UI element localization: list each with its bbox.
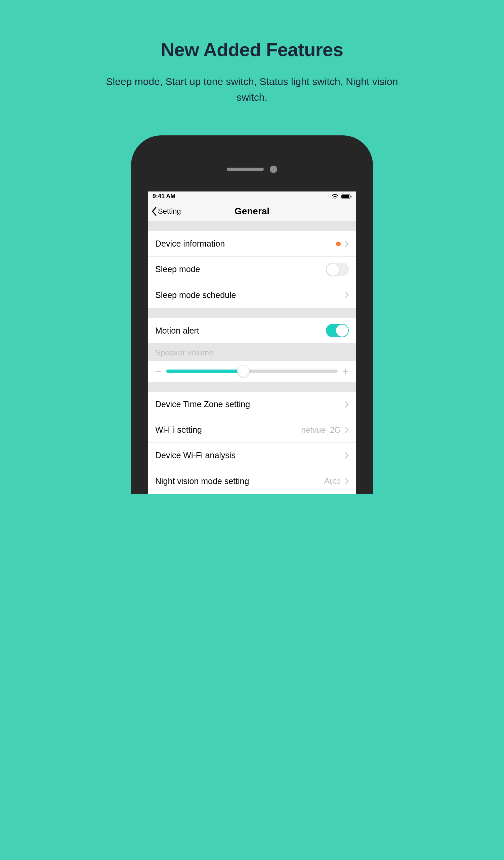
sleep-mode-toggle[interactable] xyxy=(326,263,349,276)
row-wifi-setting[interactable]: Wi-Fi setting netvue_2G xyxy=(148,417,356,443)
speaker-volume-label: Speaker volume xyxy=(155,348,349,357)
back-label: Setting xyxy=(158,207,181,216)
motion-alert-toggle[interactable] xyxy=(326,324,349,337)
row-label: Motion alert xyxy=(155,326,199,335)
row-label: Device Time Zone setting xyxy=(155,399,250,409)
row-label: Sleep mode xyxy=(155,264,200,274)
row-sleep-mode-schedule[interactable]: Sleep mode schedule xyxy=(148,282,356,308)
minus-icon[interactable]: − xyxy=(155,366,162,376)
plus-icon[interactable]: + xyxy=(342,366,349,376)
row-label: Sleep mode schedule xyxy=(155,290,236,300)
svg-rect-1 xyxy=(342,195,349,198)
row-device-information[interactable]: Device information xyxy=(148,231,356,257)
back-button[interactable]: Setting xyxy=(148,206,181,216)
svg-rect-2 xyxy=(350,196,351,198)
speaker-volume-slider[interactable]: − + xyxy=(148,361,356,382)
phone-screen: 9:41 AM Setti xyxy=(148,191,356,494)
night-vision-value: Auto xyxy=(324,476,341,486)
status-time: 9:41 AM xyxy=(153,193,175,200)
chevron-right-icon xyxy=(345,241,349,247)
marketing-headline: New Added Features xyxy=(161,39,343,60)
row-label: Device information xyxy=(155,239,225,248)
row-label: Night vision mode setting xyxy=(155,476,249,486)
row-sleep-mode: Sleep mode xyxy=(148,257,356,282)
wifi-icon xyxy=(331,194,339,199)
row-label: Device Wi-Fi analysis xyxy=(155,450,235,460)
chevron-right-icon xyxy=(345,291,349,298)
nav-bar: Setting General xyxy=(148,202,356,221)
chevron-right-icon xyxy=(345,401,349,408)
chevron-right-icon xyxy=(345,478,349,484)
row-motion-alert: Motion alert xyxy=(148,318,356,343)
marketing-subhead: Sleep mode, Start up tone switch, Status… xyxy=(101,74,403,105)
chevron-right-icon xyxy=(345,452,349,459)
phone-speaker xyxy=(148,166,356,173)
notification-dot-icon xyxy=(336,242,341,246)
row-label: Wi-Fi setting xyxy=(155,425,202,435)
chevron-left-icon xyxy=(151,206,157,216)
row-night-vision-mode[interactable]: Night vision mode setting Auto xyxy=(148,468,356,494)
row-device-time-zone[interactable]: Device Time Zone setting xyxy=(148,392,356,417)
wifi-value: netvue_2G xyxy=(301,425,341,435)
row-device-wifi-analysis[interactable]: Device Wi-Fi analysis xyxy=(148,443,356,468)
phone-frame: 9:41 AM Setti xyxy=(131,135,373,494)
chevron-right-icon xyxy=(345,427,349,433)
battery-icon xyxy=(341,194,351,199)
status-bar: 9:41 AM xyxy=(148,191,356,202)
